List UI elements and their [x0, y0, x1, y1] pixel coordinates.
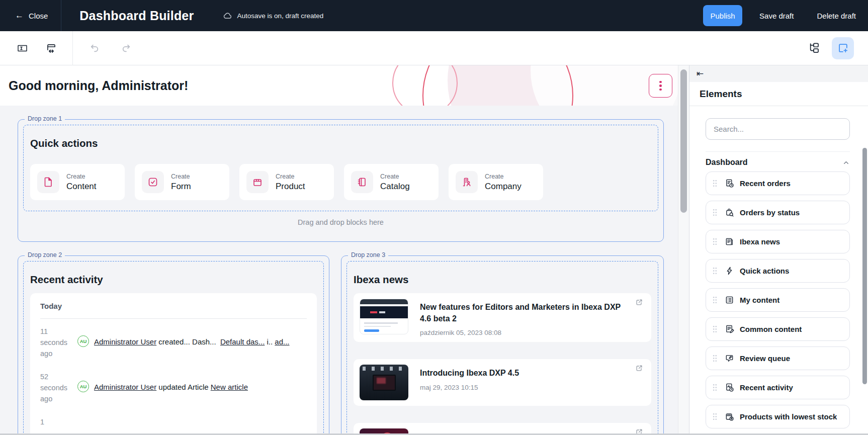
- activity-text: Administrator User updated Article New a…: [94, 382, 248, 392]
- create-target: Catalog: [380, 182, 410, 192]
- drag-handle-icon[interactable]: [713, 413, 717, 420]
- create-content-card[interactable]: Create Content: [30, 164, 125, 200]
- back-arrow-icon: ←: [15, 11, 24, 21]
- header-context-menu-button[interactable]: [649, 74, 672, 98]
- structure-view-button[interactable]: [804, 38, 824, 58]
- content-link[interactable]: Default das...: [220, 337, 265, 346]
- activity-fragment: i..: [265, 337, 275, 346]
- document-list-icon: [725, 295, 734, 305]
- autosave-status: Autosave is on, draft created: [223, 12, 323, 20]
- drop-zone-3[interactable]: Drop zone 3 Ibexa news New features for …: [341, 255, 664, 435]
- news-item-date: październik 05, 2023 08:08: [420, 329, 631, 336]
- drag-handle-icon[interactable]: [713, 355, 717, 362]
- element-item-orders-by-status[interactable]: Orders by status: [706, 201, 850, 224]
- lightning-icon: [725, 266, 734, 276]
- recent-activity-block[interactable]: Recent activity Today 11 seconds ago AU …: [23, 261, 324, 435]
- element-label: Review queue: [740, 354, 790, 363]
- ibexa-news-block[interactable]: Ibexa news New features for Editors and …: [346, 261, 658, 435]
- drop-zone-1[interactable]: Drop zone 1 Quick actions: [18, 119, 664, 242]
- news-thumbnail: [360, 365, 408, 400]
- activity-row: 52 seconds ago AU Administrator User upd…: [40, 371, 307, 404]
- elements-panel-title: Elements: [689, 82, 868, 106]
- drag-handle-icon[interactable]: [713, 296, 717, 304]
- panel-top-strip: ⇤: [689, 65, 868, 82]
- drag-handle-icon[interactable]: [713, 267, 717, 275]
- comment-pencil-icon: [725, 354, 734, 363]
- user-link[interactable]: Administrator User: [94, 337, 156, 346]
- create-product-card[interactable]: Create Product: [239, 164, 334, 200]
- news-card[interactable]: Introducing Ibexa DXP 4.5 maj 29, 2023 1…: [354, 359, 651, 406]
- drag-handle-icon[interactable]: [713, 209, 717, 216]
- create-target: Company: [485, 182, 522, 192]
- section-title: Dashboard: [706, 158, 748, 167]
- news-card[interactable]: New features for Editors and Marketers i…: [354, 293, 651, 342]
- main-scrollbar-thumb[interactable]: [680, 69, 687, 213]
- drag-handle-icon[interactable]: [713, 325, 717, 333]
- news-item-title[interactable]: Introducing Ibexa DXP 4.5: [420, 367, 519, 379]
- element-item-products-lowest-stock[interactable]: Products with lowest stock: [706, 405, 850, 428]
- drag-handle-icon[interactable]: [713, 238, 717, 245]
- add-block-tool-button[interactable]: [832, 37, 854, 59]
- delete-draft-button[interactable]: Delete draft: [817, 12, 856, 20]
- tree-structure-icon: [808, 42, 820, 54]
- news-item-date: maj 29, 2023 10:15: [420, 384, 519, 391]
- element-item-review-queue[interactable]: Review queue: [706, 346, 850, 370]
- create-catalog-card[interactable]: Create Catalog: [344, 164, 439, 200]
- chevron-up-icon[interactable]: [842, 159, 850, 166]
- element-label: Products with lowest stock: [740, 412, 837, 421]
- autosave-text: Autosave is on, draft created: [237, 12, 323, 20]
- create-target: Product: [276, 182, 305, 192]
- drop-zone-2[interactable]: Drop zone 2 Recent activity Today 11 sec…: [18, 255, 329, 435]
- element-item-recent-orders[interactable]: Recent orders: [706, 171, 850, 195]
- drag-handle-icon[interactable]: [713, 180, 717, 187]
- box-clock-icon: [725, 412, 734, 421]
- greeting-title: Good morning, Administrator!: [0, 65, 678, 93]
- user-link[interactable]: Administrator User: [94, 383, 156, 391]
- create-form-card[interactable]: Create Form: [135, 164, 229, 200]
- element-item-common-content[interactable]: Common content: [706, 317, 850, 341]
- create-label: Create: [171, 173, 191, 180]
- create-company-card[interactable]: Create Company: [449, 164, 543, 200]
- external-link-icon[interactable]: [635, 364, 643, 372]
- form-check-icon: [142, 171, 164, 193]
- element-label: Orders by status: [740, 208, 800, 217]
- document-pen-icon: [725, 324, 734, 334]
- redo-icon: [121, 42, 132, 54]
- quick-actions-block[interactable]: Quick actions Create Conten: [23, 125, 658, 211]
- orders-clock-icon: [725, 179, 734, 188]
- builder-toolbar: [0, 31, 868, 65]
- dashboard-header-band: Good morning, Administrator!: [0, 65, 678, 106]
- element-item-quick-actions[interactable]: Quick actions: [706, 259, 850, 283]
- elements-search-input[interactable]: [706, 118, 850, 140]
- external-link-icon[interactable]: [635, 298, 643, 306]
- add-block-icon: [837, 42, 849, 54]
- element-item-recent-activity[interactable]: Recent activity: [706, 376, 850, 399]
- undo-button[interactable]: [84, 38, 104, 58]
- create-label: Create: [276, 173, 305, 180]
- collapse-panel-icon[interactable]: ⇤: [697, 69, 704, 78]
- avatar: AU: [77, 381, 89, 392]
- publish-button[interactable]: Publish: [703, 5, 742, 26]
- activity-row: 1: [40, 416, 307, 427]
- element-label: My content: [740, 296, 779, 304]
- element-item-my-content[interactable]: My content: [706, 288, 850, 312]
- news-item-title[interactable]: New features for Editors and Marketers i…: [420, 301, 631, 324]
- close-button[interactable]: ← Close: [0, 0, 61, 31]
- dashboard-section-header[interactable]: Dashboard: [706, 151, 850, 167]
- content-link[interactable]: ad...: [275, 337, 289, 346]
- content-link[interactable]: New article: [211, 383, 248, 391]
- element-item-ibexa-news[interactable]: Ibexa news: [706, 230, 850, 253]
- cloud-icon: [223, 12, 232, 20]
- save-draft-button[interactable]: Save draft: [759, 12, 794, 20]
- field-tool-button[interactable]: [12, 38, 32, 58]
- elements-panel: ⇤ Elements Dashboard: [689, 65, 868, 435]
- activity-time: 52 seconds ago: [40, 371, 73, 404]
- drop-zone-1-label: Drop zone 1: [25, 115, 65, 122]
- activity-time: 1: [40, 416, 73, 427]
- drag-handle-icon[interactable]: [713, 384, 717, 391]
- panel-scrollbar-thumb[interactable]: [862, 148, 867, 384]
- redo-button[interactable]: [116, 38, 136, 58]
- elements-list: Recent orders Orders by status: [689, 167, 868, 435]
- product-package-icon: [246, 171, 269, 193]
- window-width-tool-button[interactable]: [41, 38, 61, 58]
